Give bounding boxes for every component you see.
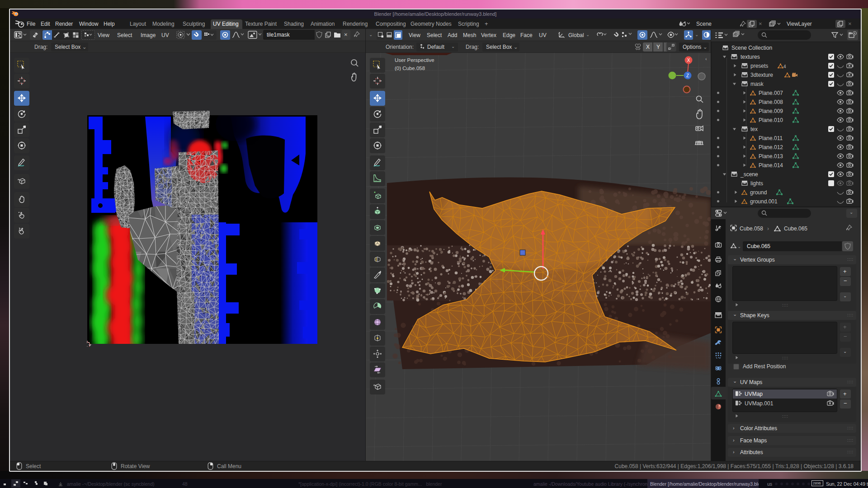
svg-text:X: X [687, 58, 690, 63]
svg-text:Z: Z [686, 73, 689, 78]
